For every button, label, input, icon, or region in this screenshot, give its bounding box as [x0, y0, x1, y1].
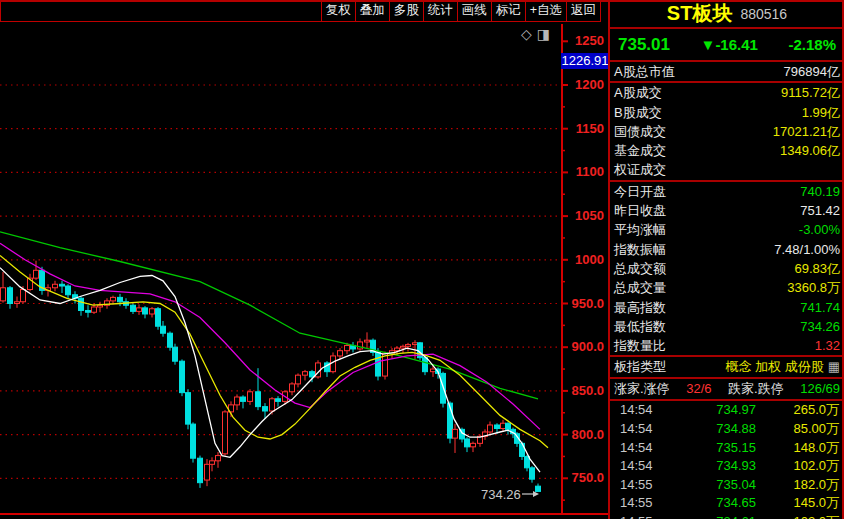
toolbar-button[interactable]: 统计 — [423, 0, 458, 22]
decliners-label: 跌家.跌停 — [728, 379, 784, 399]
tick-volume: 182.0万 — [756, 476, 844, 495]
y-axis-label: 1200 — [562, 77, 604, 93]
last-price: 735.01 — [618, 35, 670, 55]
stat-label: 基金成交 — [614, 141, 666, 160]
time-sales-row: 14:54734.93102.0万 — [610, 457, 844, 476]
board-type-row: 板指类型 概念 加权 成份股 ▦ — [610, 357, 844, 377]
stat-label: 最低指数 — [614, 317, 666, 336]
stat-row: 总成交量3360.8万 — [610, 278, 844, 297]
tick-price: 734.97 — [678, 401, 756, 420]
stat-row: 指数量比1.32 — [610, 336, 844, 355]
crosshair-price-label: 1226.91 — [561, 53, 609, 69]
stat-value: 1.32 — [815, 336, 840, 355]
stat-row: A股总市值796894亿 — [610, 62, 844, 81]
stat-label: 权证成交 — [614, 160, 666, 179]
time-sales-row: 14:55735.04182.0万 — [610, 476, 844, 495]
time-sales-row: 14:54734.97265.0万 — [610, 401, 844, 420]
component-list-icon[interactable]: ▦ — [828, 357, 840, 377]
stat-value: 7.48/1.00% — [774, 240, 840, 259]
stat-label: 平均涨幅 — [614, 220, 666, 239]
tick-price: 734.61 — [678, 513, 756, 519]
chart-pane[interactable]: ◇ ◨ 125012001150110010501000950.0900.085… — [0, 0, 608, 519]
market-breadth-row: 涨家.涨停 32/6 跌家.跌停 126/69 — [610, 379, 844, 399]
market-turnover-group: A股成交9115.72亿B股成交1.99亿国债成交17021.21亿基金成交13… — [610, 83, 844, 179]
stat-label: B股成交 — [614, 103, 662, 122]
stat-row: 总成交额69.83亿 — [610, 259, 844, 278]
stat-value: 3360.8万 — [787, 278, 840, 297]
stat-value: 734.26 — [800, 317, 840, 336]
symbol-code: 880516 — [740, 6, 787, 22]
time-sales-row: 14:54735.15148.0万 — [610, 439, 844, 458]
toolbar: 复权叠加多股统计画线标记+自选返回 — [0, 0, 608, 22]
toolbar-button[interactable]: 叠加 — [355, 0, 390, 22]
toolbar-button[interactable]: 复权 — [321, 0, 356, 22]
stat-value: 740.19 — [800, 182, 840, 201]
y-axis-label: 1150 — [562, 121, 604, 137]
stat-label: 指数量比 — [614, 336, 666, 355]
tick-volume: 265.0万 — [756, 401, 844, 420]
tick-price: 734.88 — [678, 420, 756, 439]
y-axis-label: 850.0 — [562, 383, 604, 399]
market-cap-group: A股总市值796894亿 — [610, 62, 844, 81]
stat-label: 总成交量 — [614, 278, 666, 297]
y-axis-label: 800.0 — [562, 427, 604, 443]
time-sales-list: 14:54734.97265.0万14:54734.8885.00万14:547… — [610, 401, 844, 519]
y-axis-label: 950.0 — [562, 296, 604, 312]
stat-value: 17021.21亿 — [773, 122, 840, 141]
window-top-border — [0, 0, 844, 2]
tick-volume: 102.0万 — [756, 457, 844, 476]
low-price-label: 734.26 — [481, 487, 521, 502]
toolbar-buttons: 复权叠加多股统计画线标记+自选返回 — [322, 0, 601, 22]
stat-value: 1349.06亿 — [780, 141, 840, 160]
toolbar-button[interactable]: 标记 — [491, 0, 526, 22]
stat-value: 751.42 — [800, 201, 840, 220]
stat-label: 今日开盘 — [614, 182, 666, 201]
toolbar-button[interactable]: 画线 — [457, 0, 492, 22]
toolbar-button[interactable]: 返回 — [566, 0, 601, 22]
stat-value: 9115.72亿 — [781, 83, 840, 102]
y-axis-label: 1250 — [562, 33, 604, 49]
stat-row: B股成交1.99亿 — [610, 103, 844, 122]
stat-row: 指数振幅7.48/1.00% — [610, 240, 844, 259]
stat-row: 今日开盘740.19 — [610, 182, 844, 201]
tick-time: 14:54 — [610, 401, 678, 420]
stat-row: 昨日收盘751.42 — [610, 201, 844, 220]
board-type-label: 板指类型 — [614, 357, 666, 377]
ma-fast — [0, 255, 548, 447]
symbol-name: ST板块 — [667, 0, 733, 27]
chart-corner-icons: ◇ ◨ — [521, 26, 550, 42]
stat-label: 总成交额 — [614, 259, 666, 278]
tick-price: 734.65 — [678, 494, 756, 513]
toolbar-button[interactable]: +自选 — [525, 0, 567, 22]
tick-volume: 85.00万 — [756, 420, 844, 439]
panel-toggle-icon[interactable]: ◨ — [537, 26, 550, 42]
price-change-pct: -2.18% — [788, 36, 836, 53]
app-window: 复权叠加多股统计画线标记+自选返回 ◇ ◨ 125012001150110010… — [0, 0, 844, 519]
tick-price: 735.04 — [678, 476, 756, 495]
candlestick-chart[interactable] — [0, 0, 608, 519]
y-axis-label: 1050 — [562, 208, 604, 224]
stat-label: 昨日收盘 — [614, 201, 666, 220]
tick-volume: 145.0万 — [756, 494, 844, 513]
tick-price: 734.93 — [678, 457, 756, 476]
stat-value: 796894亿 — [784, 62, 840, 81]
stat-value: 1.99亿 — [802, 103, 840, 122]
tick-time: 14:54 — [610, 420, 678, 439]
decliners-count: 126/69 — [800, 379, 840, 399]
price-row: 735.01 ▼-16.41 -2.18% — [610, 29, 844, 60]
time-sales-row: 14:54734.8885.00万 — [610, 420, 844, 439]
toolbar-gap — [601, 0, 608, 22]
y-axis-label: 900.0 — [562, 339, 604, 355]
tick-time: 14:55 — [610, 476, 678, 495]
price-change: ▼-16.41 — [701, 36, 758, 53]
tick-volume: 102.0万 — [756, 513, 844, 519]
stat-row: A股成交9115.72亿 — [610, 83, 844, 102]
stat-row: 平均涨幅-3.00% — [610, 220, 844, 239]
quote-panel: ST板块 880516 735.01 ▼-16.41 -2.18% A股总市值7… — [608, 0, 844, 519]
y-axis-label: 750.0 — [562, 470, 604, 486]
stat-row: 最低指数734.26 — [610, 317, 844, 336]
diamond-icon[interactable]: ◇ — [521, 26, 532, 42]
stat-value: 69.83亿 — [794, 259, 840, 278]
toolbar-button[interactable]: 多股 — [389, 0, 424, 22]
y-axis-label: 1100 — [562, 164, 604, 180]
